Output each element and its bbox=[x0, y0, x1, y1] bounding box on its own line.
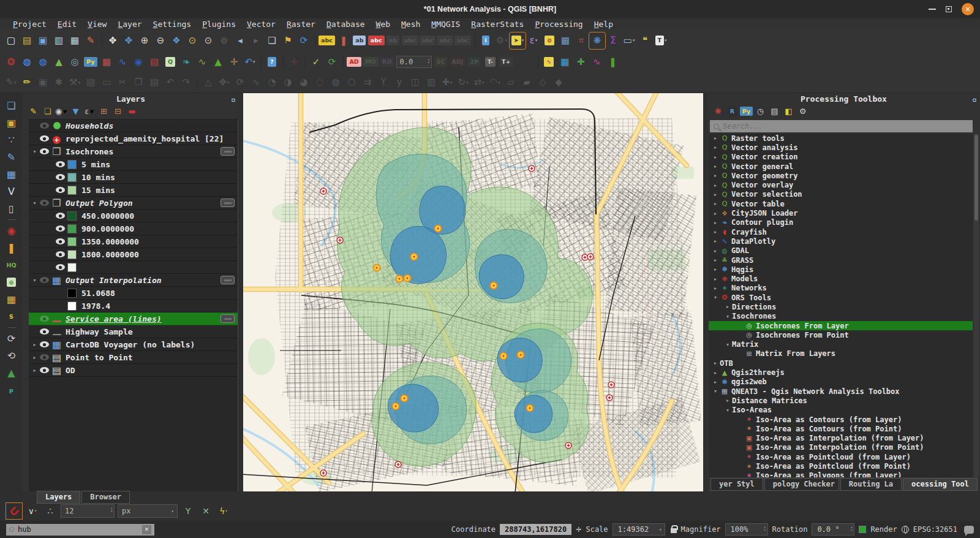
visibility-toggle[interactable] bbox=[56, 225, 65, 232]
expand-collapse-icon[interactable]: ▸ bbox=[711, 276, 720, 282]
toolbox-item[interactable]: ✷Iso-Area as Polygons (from Layer) bbox=[709, 471, 973, 477]
globe-view-button[interactable]: ◉ bbox=[131, 55, 146, 70]
menu-settings[interactable]: Settings bbox=[148, 20, 197, 29]
toolbox-item[interactable]: ▸✶Networks bbox=[709, 284, 973, 293]
visibility-toggle[interactable] bbox=[40, 354, 49, 360]
snapping-units-select[interactable]: px bbox=[118, 504, 178, 518]
qgis2threejs-button[interactable]: ▲ bbox=[51, 55, 66, 70]
layout-manager-button[interactable]: ▦ bbox=[67, 33, 82, 48]
map-tips-button[interactable]: ❝ bbox=[638, 33, 652, 48]
expand-collapse-icon[interactable]: ▾ bbox=[723, 342, 732, 347]
toolbox-scrollbar[interactable] bbox=[974, 134, 979, 477]
topology-check-button[interactable]: ✓ bbox=[309, 55, 323, 70]
toolbox-item[interactable]: ▾❂ORS Tools bbox=[709, 293, 973, 302]
expand-collapse-icon[interactable]: ▸ bbox=[711, 145, 720, 150]
toolbox-item[interactable]: ▾Isochrones bbox=[709, 312, 973, 321]
zoom-in-button[interactable]: ⊕ bbox=[137, 33, 152, 48]
expand-collapse-icon[interactable]: ▾ bbox=[711, 388, 720, 394]
menu-plugins[interactable]: Plugins bbox=[197, 20, 241, 29]
filter-legend-by-expression-button[interactable]: ε▾ bbox=[83, 105, 96, 117]
toolbox-item[interactable]: ▸QRaster tools bbox=[709, 134, 973, 143]
toolbox-search-input[interactable]: Search... bbox=[710, 120, 973, 132]
expand-collapse-icon[interactable]: ▸ bbox=[711, 229, 720, 235]
models-menu-button[interactable]: ❋ bbox=[712, 105, 725, 117]
toolbox-item[interactable]: ▸◍GDAL bbox=[709, 246, 973, 256]
r-scripts-button[interactable]: R bbox=[726, 105, 739, 117]
visibility-toggle[interactable] bbox=[40, 123, 49, 129]
add-group-button[interactable]: ❏ bbox=[41, 105, 54, 117]
render-checkbox[interactable] bbox=[859, 526, 866, 533]
select-by-expression-button[interactable]: ε▾ bbox=[526, 33, 541, 48]
toolbox-item[interactable]: ▸Directions bbox=[709, 302, 973, 311]
avoid-overlap-button[interactable]: ϟ▾ bbox=[216, 504, 231, 518]
open-project-button[interactable]: ▤ bbox=[20, 33, 34, 48]
layer-row[interactable]: ▾❐Output Polygon bbox=[29, 197, 238, 210]
open-attribute-table-button[interactable]: ▦ bbox=[558, 33, 573, 48]
tab-routing-la[interactable]: Routing La bbox=[840, 478, 902, 491]
toolbox-item[interactable]: ▸❖CityJSON Loader bbox=[709, 208, 973, 218]
open-data-source-manager-button[interactable]: ❏ bbox=[4, 98, 20, 113]
expand-collapse-icon[interactable]: ▸ bbox=[711, 220, 720, 225]
expand-collapse-icon[interactable]: ▸ bbox=[711, 135, 720, 141]
expand-collapse-icon[interactable]: ▸ bbox=[711, 201, 720, 206]
reload-plugin-button[interactable]: ⟲ bbox=[4, 348, 20, 363]
expand-collapse-icon[interactable]: ▸ bbox=[711, 370, 720, 376]
clear-search-icon[interactable]: ✕ bbox=[142, 525, 151, 534]
toolbox-item[interactable]: ✴Iso-Area as Pointcloud (from Point) bbox=[709, 461, 973, 471]
save-project-button[interactable]: ▣ bbox=[36, 33, 50, 48]
identify-features-button[interactable]: i bbox=[478, 33, 493, 48]
menu-web[interactable]: Web bbox=[371, 20, 396, 29]
visibility-toggle[interactable] bbox=[40, 316, 49, 322]
toolbox-item[interactable]: ▸QVector selection bbox=[709, 190, 973, 199]
menu-mmqgis[interactable]: MMQGIS bbox=[426, 20, 466, 29]
toolbox-item[interactable]: ▸❋Models bbox=[709, 274, 973, 283]
slyr-tool-button[interactable]: ∿ bbox=[541, 55, 556, 70]
close-button[interactable]: ✕ bbox=[962, 3, 974, 15]
layer-indicator-icon[interactable] bbox=[221, 147, 235, 156]
menu-view[interactable]: View bbox=[82, 20, 112, 29]
expand-collapse-icon[interactable]: ▸ bbox=[711, 154, 720, 160]
mmqgis-menu-button[interactable]: ▦ bbox=[99, 55, 114, 70]
t-minus-tool-button[interactable]: T- bbox=[483, 55, 497, 70]
toolbox-item[interactable]: ✴Iso-Area as Contours (from Layer) bbox=[709, 415, 973, 424]
layer-row[interactable] bbox=[29, 261, 238, 274]
expand-collapse-icon[interactable]: ▾ bbox=[30, 200, 39, 206]
add-wms-wmts-layer-button[interactable]: ▣ bbox=[4, 115, 20, 131]
bookmarks-button[interactable]: ⚑ bbox=[281, 33, 295, 48]
dem-terrain-tool-button[interactable]: ▲ bbox=[211, 55, 225, 70]
history-button[interactable]: ◷ bbox=[754, 105, 767, 117]
visibility-toggle[interactable] bbox=[40, 277, 49, 283]
options-button[interactable]: ⚙ bbox=[796, 105, 809, 117]
crs-status[interactable]: EPSG:32651 bbox=[913, 525, 957, 534]
toolbox-item[interactable]: ▸∿DataPlotly bbox=[709, 237, 973, 246]
pin-labels-button[interactable]: ab bbox=[352, 33, 367, 48]
scale-select[interactable]: 1:49362 bbox=[612, 523, 665, 536]
layer-row[interactable]: Highway Sample bbox=[29, 325, 238, 338]
help-button[interactable]: ? bbox=[265, 55, 279, 70]
s-plugin-button[interactable]: S bbox=[4, 309, 20, 324]
layer-indicator-icon[interactable] bbox=[221, 314, 235, 323]
select-features-button[interactable]: ➤▾ bbox=[510, 33, 525, 48]
menu-processing[interactable]: Processing bbox=[529, 20, 588, 29]
edit-features-in-place-button[interactable]: ◧ bbox=[782, 105, 795, 117]
expand-collapse-icon[interactable]: ▸ bbox=[30, 355, 39, 360]
toolbox-item[interactable]: ▣Iso-Area as Interpolation (from Layer) bbox=[709, 434, 973, 443]
map-canvas[interactable] bbox=[243, 93, 703, 491]
toolbox-item[interactable]: ▾Matrix bbox=[709, 340, 973, 349]
menu-edit[interactable]: Edit bbox=[52, 20, 82, 29]
expand-collapse-icon[interactable]: ▸ bbox=[723, 304, 732, 309]
toolbox-item[interactable]: ▸QVector table bbox=[709, 199, 973, 208]
visibility-toggle[interactable] bbox=[56, 264, 65, 270]
expand-collapse-icon[interactable]: ▾ bbox=[30, 278, 39, 283]
visibility-toggle[interactable] bbox=[40, 200, 49, 206]
layer-row[interactable]: +reprojected_amenity_hospital [22] bbox=[29, 132, 238, 145]
maximize-button[interactable] bbox=[946, 6, 952, 12]
layer-row[interactable]: 450.0000000 bbox=[29, 210, 238, 222]
minimize-button[interactable] bbox=[929, 9, 936, 10]
rotation-input[interactable]: 0.0 °▴▾ bbox=[812, 523, 854, 536]
menu-mesh[interactable]: Mesh bbox=[396, 20, 426, 29]
refresh-map-button[interactable]: ⟳ bbox=[296, 33, 311, 48]
layer-row[interactable]: 900.0000000 bbox=[29, 222, 238, 235]
processing-toolbox-button[interactable]: ❋ bbox=[590, 33, 605, 48]
text-annotation-button[interactable]: T▾ bbox=[654, 33, 668, 48]
